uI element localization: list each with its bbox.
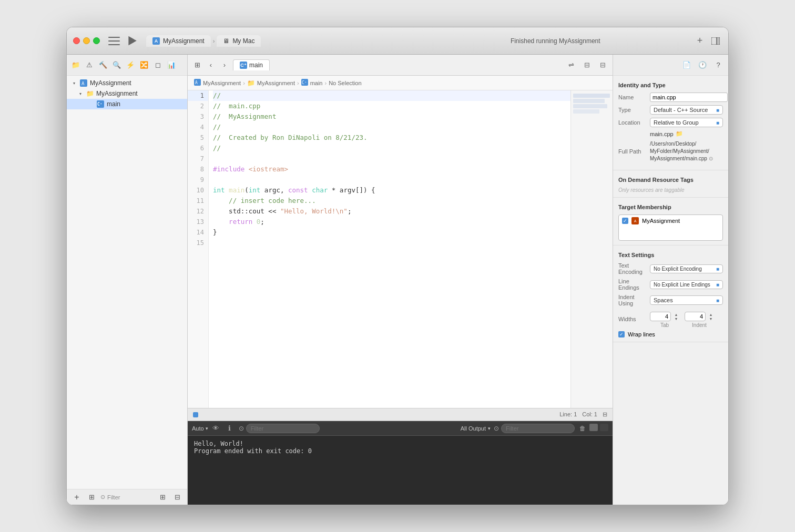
target-item-label: MyAssignment (642, 218, 680, 224)
type-dropdown[interactable]: Default - C++ Source ■ (650, 105, 723, 115)
sidebar-bottom-btn2[interactable]: ⊞ (86, 492, 97, 503)
forward-btn[interactable]: › (219, 60, 230, 70)
svg-text:A: A (195, 80, 198, 85)
grid-btn[interactable]: ⊟ (581, 59, 593, 71)
tab-stepper[interactable]: ▲ ▼ (673, 312, 679, 321)
run-button[interactable] (126, 35, 138, 47)
console-eye-btn[interactable]: 👁 (210, 423, 222, 434)
indent-stepper[interactable]: ▲ ▼ (708, 312, 714, 321)
sidebar-report-btn[interactable]: 📊 (166, 59, 177, 71)
console-info-btn[interactable]: ℹ (224, 423, 236, 434)
location-dropdown[interactable]: Relative to Group ■ (650, 118, 723, 127)
file-inspector-btn[interactable]: 📄 (681, 59, 692, 71)
structure-btn[interactable]: ⊞ (192, 60, 202, 70)
console-filter-icon: ⊙ (239, 425, 244, 432)
line-numbers: 1 2 3 4 5 6 7 8 9 10 11 12 13 14 (188, 90, 209, 408)
all-output-arrow: ▾ (488, 426, 491, 431)
sidebar-warning-btn[interactable]: ⚠ (84, 59, 95, 71)
sidebar-bottom-right2[interactable]: ⊟ (171, 492, 183, 503)
tab-stepper-up[interactable]: ▲ (673, 312, 679, 316)
all-output-selector[interactable]: All Output ▾ (461, 425, 491, 432)
editor-tab-main[interactable]: C⁺ main (233, 59, 270, 70)
tab-myassignment[interactable]: A MyAssignment (146, 35, 211, 47)
console-split-btn2[interactable] (600, 424, 608, 431)
target-membership-box: ✓ A MyAssignment (618, 214, 723, 241)
encoding-label: Text Encoding (618, 262, 650, 275)
indent-stepper-up[interactable]: ▲ (708, 312, 714, 316)
indent-width-input-row: ▲ ▼ (685, 312, 714, 321)
indent-width-input[interactable] (685, 312, 706, 321)
line-number-6: 6 (188, 143, 208, 154)
fullpath-value: /Users/ron/Desktop/MyFolder/MyAssignment… (650, 140, 723, 162)
add-file-button[interactable]: + (71, 492, 83, 503)
new-tab-button[interactable]: + (695, 36, 705, 46)
line-number-15: 15 (188, 238, 208, 248)
folder-icon: 📁 (86, 89, 94, 98)
code-editor[interactable]: // // main.cpp // MyAssignment // // Cre… (209, 90, 570, 408)
type-row: Type Default - C++ Source ■ (618, 105, 723, 115)
line-number-5: 5 (188, 132, 208, 143)
svg-rect-0 (711, 37, 717, 45)
sidebar-folder-btn[interactable]: 📁 (70, 59, 81, 71)
sidebar-toggle-button[interactable] (108, 37, 120, 45)
line-number-14: 14 (188, 227, 208, 238)
sidebar-item-main[interactable]: C⁺ main (67, 99, 187, 109)
name-row: Name (618, 93, 723, 102)
sidebar-filter: ⊙ Filter (100, 494, 154, 500)
sidebar-item-folder[interactable]: ▾ 📁 MyAssignment (67, 88, 187, 99)
breadcrumb-folder-icon: 📁 (247, 79, 255, 87)
target-checkbox[interactable]: ✓ (622, 218, 628, 224)
sidebar-item-project[interactable]: ▾ A MyAssignment (67, 78, 187, 88)
maximize-button[interactable] (93, 37, 100, 44)
fullpath-copy-icon[interactable]: ⊙ (709, 156, 713, 161)
target-item-myassignment: ✓ A MyAssignment (622, 217, 719, 224)
help-btn[interactable]: ? (712, 59, 724, 71)
tab-width-input[interactable] (650, 312, 671, 321)
line-number-13: 13 (188, 217, 208, 227)
console-filter-right-input[interactable] (501, 424, 575, 433)
indent-label: Indent Using (618, 294, 650, 306)
history-btn[interactable]: 🕐 (697, 59, 708, 71)
console-trash-btn[interactable]: 🗑 (578, 424, 587, 433)
name-input[interactable] (650, 93, 728, 102)
line-number-8: 8 (188, 164, 208, 175)
split-btn[interactable]: ⊟ (597, 59, 608, 71)
editor-split: 1 2 3 4 5 6 7 8 9 10 11 12 13 14 (188, 90, 613, 505)
inspector-toggle-button[interactable] (709, 35, 722, 47)
code-line-10: int main(int argc, const char * argv[]) … (213, 185, 570, 196)
tab-stepper-down[interactable]: ▼ (673, 316, 679, 321)
sidebar-bottom-right1[interactable]: ⊞ (157, 492, 168, 503)
sidebar-source-btn[interactable]: 🔀 (138, 59, 150, 71)
minimize-button[interactable] (83, 37, 90, 44)
breadcrumb-project: MyAssignment (203, 80, 241, 86)
sidebar-project-label: MyAssignment (90, 79, 131, 87)
encoding-dropdown[interactable]: No Explicit Encoding ■ (650, 264, 723, 273)
on-demand-title: On Demand Resource Tags (618, 177, 723, 183)
sidebar-build-btn[interactable]: 🔨 (97, 59, 109, 71)
status-bar-right: Line: 1 Col: 1 ⊟ (559, 411, 607, 418)
close-button[interactable] (73, 37, 80, 44)
sidebar-debug-btn[interactable]: ⚡ (125, 59, 136, 71)
text-settings-section: Text Settings Text Encoding No Explicit … (613, 245, 728, 342)
indent-dropdown[interactable]: Spaces ■ (650, 295, 723, 305)
auto-selector[interactable]: Auto ▾ (192, 425, 208, 432)
file-browse-icon[interactable]: 📁 (676, 130, 683, 137)
main-content: 📁 ⚠ 🔨 🔍 ⚡ 🔀 ◻ 📊 ▾ A (67, 55, 728, 505)
indent-stepper-down[interactable]: ▼ (708, 316, 714, 321)
line-number-4: 4 (188, 122, 208, 132)
sidebar-test-btn[interactable]: ◻ (152, 59, 164, 71)
line-number-1: 1 (188, 90, 208, 101)
sidebar-search-btn[interactable]: 🔍 (111, 59, 123, 71)
console-split-btn1[interactable] (589, 424, 598, 431)
console-filter-input[interactable] (246, 424, 320, 433)
wrap-checkbox[interactable]: ✓ (618, 331, 625, 337)
line-endings-dropdown[interactable]: No Explicit Line Endings ■ (650, 280, 723, 289)
titlebar: A MyAssignment › 🖥 My Mac Finished runni… (67, 27, 728, 55)
fullpath-row: Full Path /Users/ron/Desktop/MyFolder/My… (618, 140, 723, 162)
tab-mymac[interactable]: 🖥 My Mac (217, 35, 261, 47)
authors-btn[interactable]: ⇌ (565, 59, 577, 71)
back-btn[interactable]: ‹ (206, 60, 216, 70)
svg-text:A: A (81, 81, 85, 86)
breadcrumb-sep3: › (324, 80, 327, 86)
code-line-12: std::cout << "Hello, World!\n"; (213, 206, 570, 217)
